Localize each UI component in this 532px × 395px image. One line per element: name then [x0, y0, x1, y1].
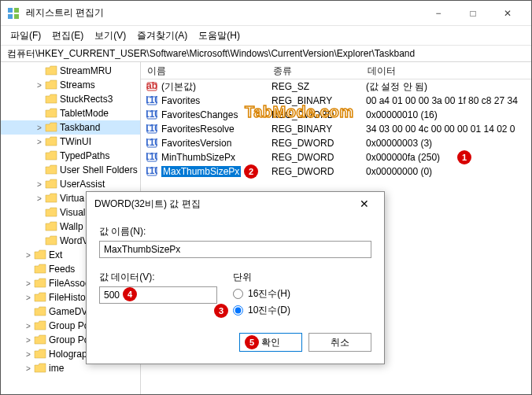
folder-icon [45, 179, 57, 190]
col-type[interactable]: 종류 [267, 62, 361, 79]
tree-item[interactable]: StreamMRU [1, 64, 140, 78]
list-row[interactable]: 110FavoritesREG_BINARY00 a4 01 00 00 3a … [141, 94, 531, 108]
tree-item-label: Group Po [49, 334, 89, 345]
address-bar[interactable]: 컴퓨터\HKEY_CURRENT_USER\Software\Microsoft… [1, 45, 531, 62]
expand-icon[interactable]: > [34, 180, 45, 189]
value-data: (값 설정 안 됨) [361, 80, 531, 94]
expand-icon[interactable]: > [34, 81, 45, 90]
folder-icon [34, 306, 46, 317]
tree-item[interactable]: >Streams [1, 78, 140, 92]
tree-item-label: UserAssist [60, 179, 105, 190]
binary-icon: 110 [146, 165, 158, 178]
dialog-close-button[interactable]: ✕ [353, 198, 376, 210]
folder-icon [45, 164, 57, 175]
tree-item-label: ime [49, 363, 64, 374]
maximize-button[interactable]: □ [456, 2, 490, 25]
folder-icon [45, 65, 57, 76]
expand-icon[interactable]: > [34, 194, 45, 203]
menu-file[interactable]: 파일(F) [6, 28, 46, 44]
menu-edit[interactable]: 편집(E) [47, 28, 88, 44]
folder-icon [34, 320, 46, 331]
minimize-button[interactable]: − [421, 2, 456, 25]
tree-item[interactable]: StuckRects3 [1, 92, 140, 106]
binary-icon: 110 [146, 109, 158, 121]
binary-icon: 110 [146, 151, 158, 164]
list-header: 이름 종류 데이터 [141, 62, 531, 79]
expand-icon[interactable]: > [23, 336, 34, 345]
radio-dec[interactable] [233, 305, 243, 316]
radio-hex[interactable] [233, 289, 243, 299]
value-type: REG_BINARY [267, 95, 361, 106]
tree-item[interactable]: >TWinUI [1, 135, 140, 149]
list-row[interactable]: ab(기본값)REG_SZ(값 설정 안 됨) [141, 79, 531, 94]
cancel-button-label: 취소 [331, 336, 349, 349]
radio-dec-label: 10진수(D) [248, 304, 290, 317]
value-name-input[interactable] [99, 241, 371, 258]
value-name: FavoritesResolve [161, 124, 235, 135]
expand-icon[interactable]: > [23, 293, 34, 302]
expand-icon[interactable]: > [23, 251, 34, 260]
folder-icon [45, 79, 57, 90]
value-data-label: 값 데이터(V): [99, 271, 217, 284]
svg-rect-3 [14, 14, 19, 19]
menu-view[interactable]: 보기(V) [90, 28, 131, 44]
tree-item[interactable]: >Taskband [1, 120, 140, 135]
list-row[interactable]: 110MinThumbSizePxREG_DWORD0x000000fa (25… [141, 150, 531, 164]
expand-icon[interactable]: > [34, 138, 45, 146]
tree-item[interactable]: User Shell Folders [1, 163, 140, 177]
tree-item-label: FileAssoc [49, 278, 90, 289]
value-data-input[interactable] [99, 286, 217, 304]
value-data: 34 03 00 00 4c 00 00 00 01 14 02 0 [361, 124, 531, 135]
tree-item-label: StuckRects3 [60, 94, 113, 105]
col-name[interactable]: 이름 [141, 62, 267, 79]
list-row[interactable]: 110MaxThumbSizePxREG_DWORD0x00000000 (0) [141, 164, 531, 179]
menu-favorites[interactable]: 즐겨찾기(A) [132, 28, 192, 44]
dialog-title: DWORD(32비트) 값 편집 [94, 198, 201, 211]
tree-item[interactable]: >UserAssist [1, 177, 140, 191]
menu-bar: 파일(F) 편집(E) 보기(V) 즐겨찾기(A) 도움말(H) [1, 26, 531, 45]
annotation-badge-2: 2 [244, 164, 258, 179]
expand-icon[interactable]: > [23, 364, 34, 373]
menu-help[interactable]: 도움말(H) [194, 28, 245, 44]
value-type: REG_DWORD [267, 166, 361, 177]
binary-icon: 110 [146, 94, 158, 107]
value-type: REG_DWORD [267, 138, 361, 149]
svg-text:110: 110 [146, 152, 157, 162]
col-data[interactable]: 데이터 [361, 62, 531, 79]
tree-item-label: FileHisto [49, 292, 86, 303]
tree-item[interactable]: TabletMode [1, 106, 140, 120]
list-row[interactable]: 110FavoritesResolveREG_BINARY34 03 00 00… [141, 122, 531, 136]
folder-icon [34, 249, 46, 260]
annotation-badge-3: 3 [214, 304, 228, 318]
value-data: 0x000000fa (250) [361, 152, 531, 163]
expand-icon[interactable]: > [34, 124, 45, 132]
tree-item-label: TWinUI [60, 136, 91, 147]
value-name: Favorites [161, 95, 200, 106]
tree-item-label: TypedPaths [60, 150, 109, 161]
tree-item-label: Holograp [49, 349, 87, 360]
svg-text:110: 110 [146, 166, 157, 176]
folder-icon [45, 193, 57, 204]
dialog-title-bar: DWORD(32비트) 값 편집 ✕ [87, 192, 384, 216]
expand-icon[interactable]: > [23, 279, 34, 288]
tree-item[interactable]: TypedPaths [1, 149, 140, 163]
ok-button[interactable]: 5 확인 [239, 333, 302, 352]
cancel-button[interactable]: 취소 [308, 333, 371, 352]
list-row[interactable]: 110FavoritesVersionREG_DWORD0x00000003 (… [141, 136, 531, 150]
value-name-label: 값 이름(N): [99, 225, 371, 238]
expand-icon[interactable]: > [23, 350, 34, 359]
folder-icon [45, 136, 57, 147]
edit-dword-dialog: DWORD(32비트) 값 편집 ✕ 값 이름(N): 값 데이터(V): 4 … [86, 191, 385, 364]
annotation-badge-4: 4 [123, 287, 137, 301]
folder-icon [34, 334, 46, 345]
tree-item-label: GameDV [49, 306, 87, 317]
annotation-badge-1: 1 [457, 150, 471, 164]
value-data: 0x00000003 (3) [361, 138, 531, 149]
base-group-label: 단위 [233, 271, 371, 284]
expand-icon[interactable]: > [23, 322, 34, 330]
folder-icon [45, 150, 57, 161]
close-button[interactable]: ✕ [490, 2, 525, 25]
svg-rect-2 [8, 14, 13, 19]
list-row[interactable]: 110FavoritesChangesREG_DWORD0x00000010 (… [141, 108, 531, 122]
folder-icon [45, 221, 57, 232]
